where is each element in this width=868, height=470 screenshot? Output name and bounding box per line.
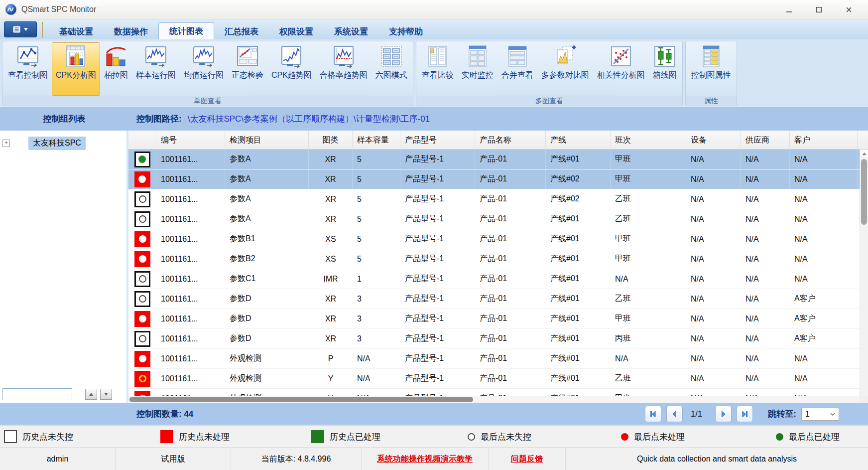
table-cell: 5 [353, 209, 400, 229]
ribbon-button[interactable]: 实时监控 [458, 42, 497, 96]
horizontal-scroll-thumb[interactable] [129, 397, 473, 402]
tree-down-button[interactable] [100, 389, 112, 400]
app-menu-button[interactable] [4, 21, 37, 37]
column-header[interactable]: 编号 [156, 131, 225, 149]
table-row[interactable]: 1001161...参数AXR5产品型号-1产品-01产线#01甲班N/AN/A… [128, 150, 860, 169]
legend-label: 最后点未失控 [481, 431, 531, 443]
table-cell: 产品-01 [475, 269, 546, 289]
prev-page-button[interactable] [666, 406, 683, 422]
table-cell: N/A [741, 169, 790, 189]
menu-tab[interactable]: 汇总报表 [214, 24, 269, 39]
table-row[interactable]: 1001161...参数C1IMR1产品型号-1产品-01产线#01N/AN/A… [128, 269, 860, 289]
table-row[interactable]: 1001161...参数DXR3产品型号-1产品-01产线#01甲班N/AN/A… [128, 309, 860, 329]
column-header[interactable]: 供应商 [741, 131, 790, 149]
menu-tab[interactable]: 数据操作 [104, 24, 158, 39]
table-row[interactable]: 1001161...外观检测PN/A产品型号-1产品-01产线#01N/AN/A… [128, 349, 860, 369]
status-cell [128, 349, 156, 368]
status-dot-white-icon [139, 235, 146, 243]
table-cell: 甲班 [611, 309, 686, 328]
table-cell: N/A [790, 249, 858, 269]
column-header[interactable]: 产品名称 [475, 131, 546, 149]
table-row[interactable]: 1001161...参数AXR5产品型号-1产品-01产线#02甲班N/AN/A… [128, 169, 860, 189]
table-row[interactable]: 1001161...参数B2XS5产品型号-1产品-01产线#01甲班N/AN/… [128, 249, 860, 269]
column-header[interactable]: 图类 [309, 131, 353, 149]
minimize-button[interactable] [781, 3, 796, 16]
table-row[interactable]: 1001161...参数B1XS5产品型号-1产品-01产线#01甲班N/AN/… [128, 229, 860, 249]
table-row[interactable]: 1001161...参数DXR3产品型号-1产品-01产线#01丙班N/AN/A… [128, 329, 860, 349]
column-header[interactable]: 班次 [611, 131, 686, 149]
menu-tab[interactable]: 统计图表 [158, 22, 214, 39]
tree-filter-input[interactable] [2, 388, 72, 400]
status-dot-hollow-icon [139, 295, 146, 303]
table-header: 编号检测项目图类样本容量产品型号产品名称产线班次设备供应商客户 [128, 131, 868, 150]
correlation-icon [610, 45, 632, 68]
table-cell: N/A [686, 150, 741, 169]
table-row[interactable]: 1001161...参数AXR5产品型号-1产品-01产线#01乙班N/AN/A… [128, 209, 860, 229]
column-header[interactable]: 样本容量 [353, 131, 400, 149]
status-square-white-icon [134, 331, 150, 347]
status-cell [128, 249, 156, 269]
ribbon-button[interactable]: 均值运行图 [180, 42, 228, 96]
table-row[interactable]: 1001161...参数AXR5产品型号-1产品-01产线#02乙班N/AN/A… [128, 189, 860, 209]
vertical-scroll-thumb[interactable] [861, 159, 867, 225]
menu-tab[interactable]: 权限设置 [269, 24, 324, 39]
pareto-icon [105, 45, 127, 68]
ribbon-button[interactable]: 样本运行图 [132, 42, 180, 96]
menu-tab[interactable]: 基础设置 [49, 24, 104, 39]
left-panel-title: 控制组列表 [0, 113, 128, 125]
run-chart-icon [192, 45, 215, 68]
legend-item: 历史点已处理 [311, 426, 380, 448]
table-cell: XR [309, 150, 353, 169]
ribbon-button[interactable]: 柏拉图 [100, 42, 132, 96]
tree-expander[interactable]: + [2, 140, 10, 147]
ribbon-button[interactable]: 合并查看 [497, 42, 537, 96]
ribbon-button[interactable]: 相关性分析图 [593, 42, 649, 96]
ribbon-button[interactable]: 多参数对比图 [537, 42, 593, 96]
last-page-button[interactable] [737, 406, 753, 422]
column-header[interactable]: 客户 [790, 131, 858, 149]
table-cell: 甲班 [611, 150, 686, 169]
last-page-icon [741, 410, 749, 419]
ribbon-button[interactable]: 正态检验 [228, 42, 267, 96]
vertical-scrollbar[interactable] [860, 150, 868, 396]
menu-tab[interactable]: 支持帮助 [378, 24, 433, 39]
column-header[interactable]: 检测项目 [225, 131, 309, 149]
status-square-red-icon [134, 171, 150, 187]
tree-node-root[interactable]: 太友科技SPC [28, 137, 86, 150]
horizontal-scrollbar[interactable] [128, 396, 860, 403]
maximize-button[interactable] [811, 3, 826, 16]
sub-header: 控制组列表 控制图路径: \太友科技SPC\参考案例（以工序顺序构建）\计量型检… [0, 107, 868, 131]
ribbon-button[interactable]: CPK趋势图 [267, 42, 316, 96]
table-cell: N/A [353, 369, 400, 388]
column-header[interactable] [128, 131, 156, 149]
jump-to-select[interactable]: 1 [801, 408, 839, 421]
table-row[interactable]: 1001161外观检测YN/A产品型号-1产品-01产线#01甲班N/AN/AN… [128, 389, 860, 396]
ribbon-button[interactable]: 控制图属性 [687, 42, 735, 96]
next-page-button[interactable] [715, 406, 732, 422]
table-cell: 1001161... [156, 309, 225, 328]
table-cell: 产品-01 [475, 189, 546, 209]
ribbon-button[interactable]: 查看控制图 [4, 42, 52, 96]
status-link[interactable]: 问题反馈 [489, 448, 566, 470]
close-button[interactable] [841, 3, 856, 16]
menu-tab[interactable]: 系统设置 [324, 24, 378, 39]
ribbon: 查看控制图CPK分析图柏拉图样本运行图均值运行图正态检验CPK趋势图合格率趋势图… [0, 39, 868, 107]
scroll-up-button[interactable] [860, 150, 868, 157]
status-cell [128, 269, 156, 289]
table-row[interactable]: 1001161...参数DXR3产品型号-1产品-01产线#01乙班N/AN/A… [128, 289, 860, 309]
table-cell: N/A [686, 249, 741, 269]
table-cell: 产品型号-1 [400, 249, 475, 269]
column-header[interactable]: 产品型号 [400, 131, 475, 149]
column-header[interactable]: 产线 [546, 131, 611, 149]
ribbon-button[interactable]: 六图模式 [372, 42, 411, 96]
status-link[interactable]: 系统功能操作视频演示教学 [362, 448, 489, 470]
ribbon-button-label: 合格率趋势图 [320, 70, 368, 81]
table-row[interactable]: 1001161...外观检测YN/A产品型号-1产品-01产线#01乙班N/AN… [128, 369, 860, 389]
ribbon-button[interactable]: CPK分析图 [52, 42, 100, 96]
ribbon-button[interactable]: 箱线图 [649, 42, 681, 96]
first-page-button[interactable] [645, 406, 661, 422]
column-header[interactable]: 设备 [686, 131, 741, 149]
ribbon-button[interactable]: 合格率趋势图 [316, 42, 372, 96]
tree-up-button[interactable] [85, 389, 97, 400]
ribbon-button[interactable]: 查看比较 [418, 42, 458, 96]
